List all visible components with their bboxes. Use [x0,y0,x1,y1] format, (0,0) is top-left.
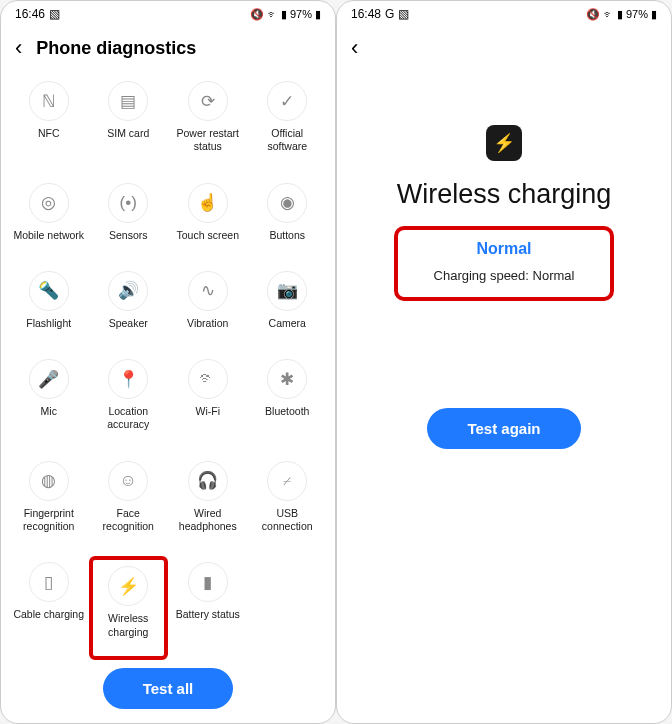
diag-label: Wireless charging [95,612,163,638]
diag-item-wi-fi[interactable]: ᯤWi-Fi [168,353,248,449]
diag-label: Wired headphones [172,507,244,533]
battery-icon: ▮ [651,8,657,21]
page-title: Phone diagnostics [36,38,196,59]
diag-item-flashlight[interactable]: 🔦Flashlight [9,265,89,347]
fingerprint-recognition-icon: ◍ [29,461,69,501]
diag-label: Flashlight [26,317,71,330]
diag-item-usb-connection[interactable]: ⌿USB connection [248,455,328,551]
diag-item-official-software[interactable]: ✓Official software [248,75,328,171]
diag-item-vibration[interactable]: ∿Vibration [168,265,248,347]
diag-label: Speaker [109,317,148,330]
diag-label: Bluetooth [265,405,309,418]
bolt-icon: ⚡ [486,125,522,161]
diag-item-touch-screen[interactable]: ☝Touch screen [168,177,248,259]
cable-charging-icon: ▯ [29,562,69,602]
status-time: 16:48 [351,7,381,21]
test-again-button[interactable]: Test again [427,408,580,449]
diag-item-mic[interactable]: 🎤Mic [9,353,89,449]
diag-item-wired-headphones[interactable]: 🎧Wired headphones [168,455,248,551]
gallery-icon: ▧ [49,7,60,21]
back-icon[interactable]: ‹ [351,37,358,59]
buttons-icon: ◉ [267,183,307,223]
wifi-icon: ᯤ [603,8,614,20]
battery-text: 97% [290,8,312,20]
diag-label: Official software [251,127,323,153]
diag-item-battery-status[interactable]: ▮Battery status [168,556,248,660]
status-bar: 16:48 G ▧ 🔇 ᯤ ▮ 97% ▮ [337,1,671,25]
diag-item-cable-charging[interactable]: ▯Cable charging [9,556,89,660]
diag-label: Sensors [109,229,148,242]
diag-label: SIM card [107,127,149,140]
diag-item-buttons[interactable]: ◉Buttons [248,177,328,259]
button-row: Test all [1,660,335,723]
signal-icon: ▮ [617,8,623,21]
header: ‹ Phone diagnostics [1,25,335,75]
diag-item-power-restart-status[interactable]: ⟳Power restart status [168,75,248,171]
diag-item-speaker[interactable]: 🔊Speaker [89,265,169,347]
face-recognition-icon: ☺ [108,461,148,501]
wired-headphones-icon: 🎧 [188,461,228,501]
diag-label: Touch screen [177,229,239,242]
gallery-icon: ▧ [398,7,409,21]
battery-text: 97% [626,8,648,20]
result-detail: Charging speed: Normal [434,268,575,283]
diag-label: Location accuracy [92,405,164,431]
flashlight-icon: 🔦 [29,271,69,311]
wifi-icon: ᯤ [267,8,278,20]
phone-left: 16:46 ▧ 🔇 ᯤ ▮ 97% ▮ ‹ Phone diagnostics … [0,0,336,724]
diag-label: USB connection [251,507,323,533]
diagnostics-grid: ℕNFC▤SIM card⟳Power restart status✓Offic… [1,75,335,660]
result-status: Normal [434,240,575,258]
diag-label: Fingerprint recognition [13,507,85,533]
touch-screen-icon: ☝ [188,183,228,223]
diag-item-bluetooth[interactable]: ✱Bluetooth [248,353,328,449]
diag-label: Cable charging [13,608,84,621]
diag-item-wireless-charging[interactable]: ⚡Wireless charging [89,556,169,660]
diag-label: Buttons [269,229,305,242]
battery-status-icon: ▮ [188,562,228,602]
test-all-button[interactable]: Test all [103,668,234,709]
diag-item-sensors[interactable]: (•)Sensors [89,177,169,259]
speaker-icon: 🔊 [108,271,148,311]
diag-label: Wi-Fi [196,405,221,418]
result-title: Wireless charging [397,179,612,210]
diag-item-mobile-network[interactable]: ◎Mobile network [9,177,89,259]
mobile-network-icon: ◎ [29,183,69,223]
header: ‹ [337,25,671,75]
status-bar: 16:46 ▧ 🔇 ᯤ ▮ 97% ▮ [1,1,335,25]
sim-card-icon: ▤ [108,81,148,121]
diag-label: Battery status [176,608,240,621]
mute-icon: 🔇 [250,8,264,21]
diag-label: NFC [38,127,60,140]
vibration-icon: ∿ [188,271,228,311]
power-restart-status-icon: ⟳ [188,81,228,121]
wireless-charging-icon: ⚡ [108,566,148,606]
diag-label: Mobile network [13,229,84,242]
back-icon[interactable]: ‹ [15,37,22,59]
status-extra: G [385,7,394,21]
diag-label: Power restart status [172,127,244,153]
result-area: ⚡ Wireless charging Normal Charging spee… [337,75,671,723]
sensors-icon: (•) [108,183,148,223]
diag-label: Camera [269,317,306,330]
diag-label: Face recognition [92,507,164,533]
battery-icon: ▮ [315,8,321,21]
bluetooth-icon: ✱ [267,359,307,399]
diag-item-camera[interactable]: 📷Camera [248,265,328,347]
official-software-icon: ✓ [267,81,307,121]
phone-right: 16:48 G ▧ 🔇 ᯤ ▮ 97% ▮ ‹ ⚡ Wireless charg… [336,0,672,724]
diag-label: Mic [41,405,57,418]
button-row: Test again [337,400,671,463]
diag-item-face-recognition[interactable]: ☺Face recognition [89,455,169,551]
diag-item-sim-card[interactable]: ▤SIM card [89,75,169,171]
wi-fi-icon: ᯤ [188,359,228,399]
mute-icon: 🔇 [586,8,600,21]
camera-icon: 📷 [267,271,307,311]
mic-icon: 🎤 [29,359,69,399]
diag-item-nfc[interactable]: ℕNFC [9,75,89,171]
result-box: Normal Charging speed: Normal [394,226,615,301]
diag-item-fingerprint-recognition[interactable]: ◍Fingerprint recognition [9,455,89,551]
diag-item-location-accuracy[interactable]: 📍Location accuracy [89,353,169,449]
diag-label: Vibration [187,317,228,330]
status-time: 16:46 [15,7,45,21]
